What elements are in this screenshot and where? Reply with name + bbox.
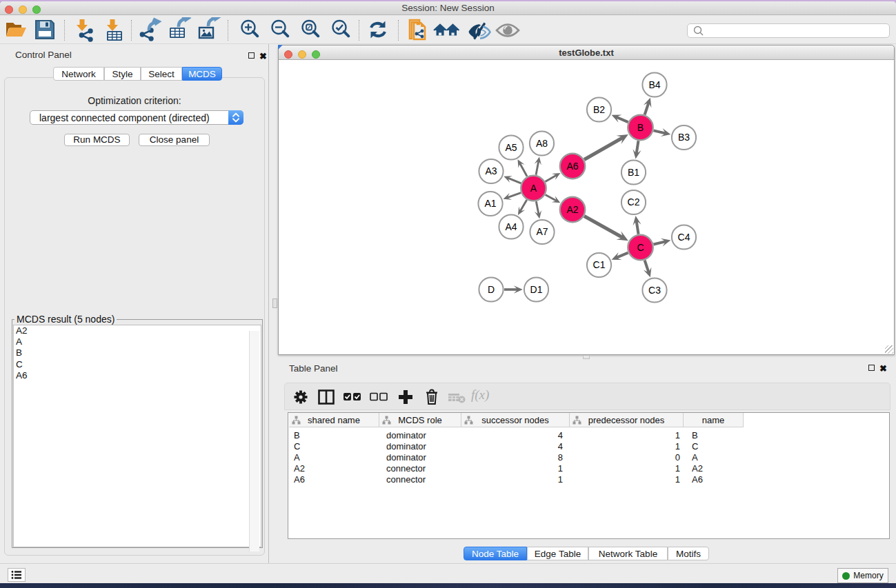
svg-text:A: A	[530, 183, 537, 194]
svg-text:C1: C1	[593, 259, 606, 270]
svg-text:B1: B1	[628, 167, 639, 178]
svg-text:B2: B2	[593, 104, 605, 115]
svg-text:A4: A4	[505, 221, 517, 232]
svg-text:A6: A6	[566, 161, 578, 172]
svg-text:A8: A8	[536, 138, 548, 149]
svg-text:A5: A5	[505, 142, 517, 153]
svg-text:A2: A2	[566, 204, 578, 215]
svg-text:C2: C2	[628, 196, 640, 207]
svg-text:B3: B3	[678, 132, 690, 143]
svg-text:D: D	[488, 284, 495, 295]
svg-text:A3: A3	[485, 165, 497, 176]
svg-text:C4: C4	[678, 232, 690, 243]
svg-text:A1: A1	[484, 198, 496, 209]
svg-text:C3: C3	[648, 285, 661, 296]
svg-text:B4: B4	[648, 79, 660, 90]
svg-text:A7: A7	[536, 226, 548, 237]
svg-text:B: B	[637, 122, 644, 133]
svg-text:C: C	[637, 242, 644, 253]
svg-text:D1: D1	[530, 284, 543, 295]
